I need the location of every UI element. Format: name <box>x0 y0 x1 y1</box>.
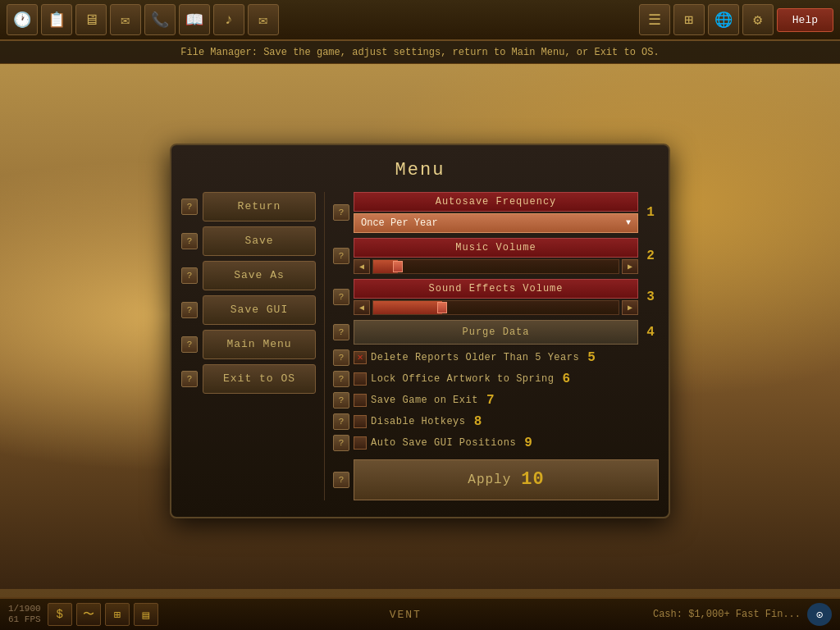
music-icon[interactable]: ♪ <box>213 4 244 35</box>
return-button[interactable]: Return <box>203 192 316 221</box>
page-counter: 1/1900 <box>8 604 41 614</box>
sound-effects-row: ? Sound Effects Volume ◀ ▶ 3 <box>333 279 659 315</box>
help-button[interactable]: Help <box>777 8 833 32</box>
save-as-row: ? Save As <box>181 261 316 290</box>
cb-help-1[interactable]: ? <box>333 371 349 387</box>
globe-icon[interactable]: 🌐 <box>708 4 739 35</box>
save-gui-row: ? Save GUI <box>181 295 316 325</box>
right-panel: ? Autosave Frequency Once Per Year ▼ 1 <box>325 192 659 500</box>
checkbox-row-3: ? Disable Hotkeys 8 <box>333 413 659 430</box>
mail-icon[interactable]: ✉ <box>110 4 141 35</box>
file-icon[interactable]: 📋 <box>41 4 72 35</box>
cb-disable-hotkeys[interactable] <box>354 415 367 428</box>
sound-effects-track[interactable] <box>372 300 619 315</box>
top-toolbar: 🕐 📋 🖥 ✉ 📞 📖 ♪ ✉ ☰ ⊞ 🌐 ⚙ Help <box>0 0 840 41</box>
cb-help-2[interactable]: ? <box>333 392 349 409</box>
cb-label-1: Lock Office Artwork to Spring <box>371 373 554 385</box>
bill-icon[interactable]: ▤ <box>134 603 158 626</box>
music-volume-thumb[interactable] <box>393 261 403 272</box>
sound-effects-badge: 3 <box>642 290 659 304</box>
music-volume-help-icon[interactable]: ? <box>333 248 349 264</box>
main-menu-button[interactable]: Main Menu <box>203 330 316 359</box>
steam-icon[interactable]: ⊙ <box>807 603 832 626</box>
cb-save-on-exit[interactable] <box>354 394 367 407</box>
clock-icon[interactable]: 🕐 <box>7 4 38 35</box>
sound-effects-right-arrow[interactable]: ▶ <box>622 300 638 315</box>
save-as-button[interactable]: Save As <box>203 261 316 290</box>
status-bar-bottom: 1/1900 61 FPS $ 〜 ⊞ ▤ VENT Cash: $1,000+… <box>0 597 840 630</box>
sound-effects-left-arrow[interactable]: ◀ <box>354 300 370 315</box>
fps-display: 1/1900 61 FPS <box>8 604 41 625</box>
music-volume-label: Music Volume <box>354 238 638 258</box>
cb-label-4: Auto Save GUI Positions <box>371 437 516 449</box>
cb-label-0: Delete Reports Older Than 5 Years <box>371 352 579 363</box>
vent-label: VENT <box>165 609 646 621</box>
computer-icon[interactable]: 🖥 <box>75 4 107 35</box>
save-gui-button[interactable]: Save GUI <box>203 295 316 325</box>
settings-icon[interactable]: ⚙ <box>742 4 774 35</box>
cb-x-icon-0: ✕ <box>357 351 363 363</box>
main-menu-help-icon[interactable]: ? <box>181 336 198 353</box>
return-row: ? Return <box>181 192 316 221</box>
status-right: Cash: $1,000+ Fast Fin... ⊙ <box>653 603 832 626</box>
dropdown-arrow-icon: ▼ <box>626 218 631 227</box>
sound-effects-thumb[interactable] <box>437 302 447 313</box>
autosave-help-icon[interactable]: ? <box>333 204 349 221</box>
cb-badge-4: 9 <box>520 436 536 450</box>
purge-data-button[interactable]: Purge Data <box>354 320 638 345</box>
status-bar-top: File Manager: Save the game, adjust sett… <box>0 41 840 64</box>
status-icons: $ 〜 ⊞ ▤ <box>48 603 158 626</box>
fps-counter: 61 FPS <box>8 614 41 625</box>
apply-label: Apply <box>468 472 511 487</box>
autosave-dropdown[interactable]: Once Per Year ▼ <box>354 213 638 233</box>
bank-icon[interactable]: ⊞ <box>105 603 130 626</box>
cb-help-0[interactable]: ? <box>333 349 349 366</box>
exit-os-help-icon[interactable]: ? <box>181 371 198 387</box>
cb-badge-1: 6 <box>558 372 574 386</box>
music-volume-row: ? Music Volume ◀ ▶ 2 <box>333 238 659 274</box>
cb-autosave-gui[interactable] <box>354 436 367 450</box>
folder-icon[interactable]: ✉ <box>248 4 279 35</box>
autosave-dropdown-row: Once Per Year ▼ <box>354 213 638 233</box>
music-volume-track[interactable] <box>372 259 619 274</box>
apply-help-icon[interactable]: ? <box>333 472 349 488</box>
left-panel: ? Return ? Save ? Save As ? Save GUI ? <box>181 192 325 500</box>
sound-effects-help-icon[interactable]: ? <box>333 289 349 305</box>
music-volume-right-arrow[interactable]: ▶ <box>622 259 638 274</box>
phone-icon[interactable]: 📞 <box>144 4 176 35</box>
music-volume-left-arrow[interactable]: ◀ <box>354 259 370 274</box>
save-as-help-icon[interactable]: ? <box>181 267 198 284</box>
sound-effects-slider-row: ◀ ▶ <box>354 300 638 315</box>
dollar-icon[interactable]: $ <box>48 603 72 626</box>
window-icon[interactable]: ⊞ <box>673 4 705 35</box>
cb-badge-2: 7 <box>482 393 499 408</box>
menu-dialog: Menu ? Return ? Save ? Save As ? Sav <box>170 144 670 518</box>
cb-help-3[interactable]: ? <box>333 413 349 430</box>
music-volume-block: Music Volume ◀ ▶ <box>354 238 638 274</box>
purge-help-icon[interactable]: ? <box>333 324 349 340</box>
music-volume-badge: 2 <box>642 249 659 263</box>
save-button[interactable]: Save <box>203 226 316 256</box>
cb-help-4[interactable]: ? <box>333 435 349 451</box>
save-help-icon[interactable]: ? <box>181 233 198 249</box>
cb-lock-artwork[interactable] <box>354 372 367 386</box>
autosave-label: Autosave Frequency <box>354 192 638 212</box>
cash-display: Cash: $1,000+ Fast Fin... <box>653 609 801 620</box>
autosave-badge: 1 <box>642 205 659 220</box>
checkbox-row-0: ? ✕ Delete Reports Older Than 5 Years 5 <box>333 349 659 366</box>
menu-icon[interactable]: ☰ <box>639 4 670 35</box>
autosave-block: Autosave Frequency Once Per Year ▼ <box>354 192 638 233</box>
checkbox-row-1: ? Lock Office Artwork to Spring 6 <box>333 371 659 387</box>
cb-delete-reports[interactable]: ✕ <box>354 351 367 364</box>
sound-effects-block: Sound Effects Volume ◀ ▶ <box>354 279 638 315</box>
apply-button[interactable]: Apply 10 <box>354 459 659 500</box>
sound-effects-fill <box>373 301 442 314</box>
save-gui-help-icon[interactable]: ? <box>181 302 198 318</box>
chart-icon[interactable]: 〜 <box>76 603 101 626</box>
book-icon[interactable]: 📖 <box>179 4 210 35</box>
cb-badge-0: 5 <box>583 350 600 365</box>
return-help-icon[interactable]: ? <box>181 199 198 215</box>
cb-label-3: Disable Hotkeys <box>371 416 466 427</box>
checkbox-row-4: ? Auto Save GUI Positions 9 <box>333 435 659 451</box>
exit-os-button[interactable]: Exit to OS <box>203 364 316 394</box>
